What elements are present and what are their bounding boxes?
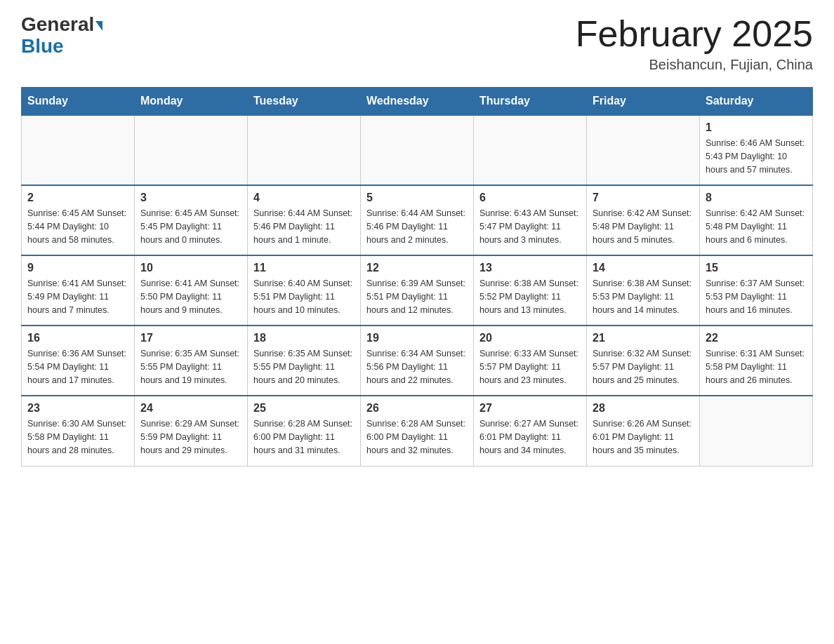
day-info: Sunrise: 6:32 AM Sunset: 5:57 PM Dayligh… [593,347,694,387]
day-number: 3 [140,192,241,204]
day-info: Sunrise: 6:28 AM Sunset: 6:00 PM Dayligh… [366,417,468,457]
day-number: 4 [253,192,355,204]
day-info: Sunrise: 6:42 AM Sunset: 5:48 PM Dayligh… [593,207,694,246]
day-number: 12 [366,262,468,274]
day-info: Sunrise: 6:46 AM Sunset: 5:43 PM Dayligh… [706,137,807,176]
day-info: Sunrise: 6:38 AM Sunset: 5:53 PM Dayligh… [593,277,694,316]
col-header-sunday: Sunday [22,88,135,116]
day-number: 2 [27,192,128,204]
calendar-table: SundayMondayTuesdayWednesdayThursdayFrid… [21,87,813,467]
day-number: 5 [366,192,468,204]
day-info: Sunrise: 6:42 AM Sunset: 5:48 PM Dayligh… [706,207,807,246]
day-cell [361,115,474,185]
day-cell: 13Sunrise: 6:38 AM Sunset: 5:52 PM Dayli… [474,255,587,326]
day-number: 13 [479,262,581,274]
day-cell [700,396,813,466]
day-cell: 17Sunrise: 6:35 AM Sunset: 5:55 PM Dayli… [135,326,248,396]
day-number: 14 [593,262,694,274]
day-number: 8 [706,192,807,204]
week-row-1: 1Sunrise: 6:46 AM Sunset: 5:43 PM Daylig… [22,115,813,185]
day-number: 21 [593,332,694,344]
day-cell: 18Sunrise: 6:35 AM Sunset: 5:55 PM Dayli… [248,326,361,396]
week-row-3: 9Sunrise: 6:41 AM Sunset: 5:49 PM Daylig… [22,255,813,326]
day-info: Sunrise: 6:34 AM Sunset: 5:56 PM Dayligh… [366,347,468,387]
logo-triangle-icon [95,21,102,31]
col-header-monday: Monday [135,88,248,116]
week-row-4: 16Sunrise: 6:36 AM Sunset: 5:54 PM Dayli… [22,326,813,396]
day-cell: 3Sunrise: 6:45 AM Sunset: 5:45 PM Daylig… [135,185,248,255]
day-cell: 15Sunrise: 6:37 AM Sunset: 5:53 PM Dayli… [700,255,813,326]
day-cell: 12Sunrise: 6:39 AM Sunset: 5:51 PM Dayli… [361,255,474,326]
page-header: General Blue February 2025 Beishancun, F… [21,14,813,73]
day-number: 28 [593,402,694,415]
day-cell: 11Sunrise: 6:40 AM Sunset: 5:51 PM Dayli… [248,255,361,326]
day-info: Sunrise: 6:35 AM Sunset: 5:55 PM Dayligh… [140,347,241,387]
logo-text: General Blue [21,14,102,58]
day-info: Sunrise: 6:38 AM Sunset: 5:52 PM Dayligh… [479,277,581,316]
day-number: 16 [27,332,128,344]
col-header-tuesday: Tuesday [248,88,361,116]
location-subtitle: Beishancun, Fujian, China [576,57,813,73]
day-number: 20 [479,332,581,344]
day-number: 26 [366,402,468,415]
day-info: Sunrise: 6:45 AM Sunset: 5:45 PM Dayligh… [140,207,241,246]
calendar-title: February 2025 [576,14,813,54]
day-number: 19 [366,332,468,344]
day-number: 17 [140,332,241,344]
col-header-thursday: Thursday [474,88,587,116]
header-row: SundayMondayTuesdayWednesdayThursdayFrid… [22,88,813,116]
day-number: 25 [253,402,355,415]
day-cell: 19Sunrise: 6:34 AM Sunset: 5:56 PM Dayli… [361,326,474,396]
day-cell: 5Sunrise: 6:44 AM Sunset: 5:46 PM Daylig… [361,185,474,255]
day-cell: 6Sunrise: 6:43 AM Sunset: 5:47 PM Daylig… [474,185,587,255]
day-info: Sunrise: 6:28 AM Sunset: 6:00 PM Dayligh… [253,417,355,457]
col-header-wednesday: Wednesday [361,88,474,116]
logo-general: General [21,13,94,35]
day-number: 10 [140,262,241,274]
day-info: Sunrise: 6:31 AM Sunset: 5:58 PM Dayligh… [706,347,807,387]
logo-area: General Blue [21,14,102,58]
week-row-2: 2Sunrise: 6:45 AM Sunset: 5:44 PM Daylig… [22,185,813,255]
day-number: 11 [253,262,355,274]
col-header-friday: Friday [587,88,700,116]
day-number: 18 [253,332,355,344]
day-info: Sunrise: 6:29 AM Sunset: 5:59 PM Dayligh… [140,417,241,457]
day-number: 9 [27,262,128,274]
day-cell [135,115,248,185]
day-cell: 24Sunrise: 6:29 AM Sunset: 5:59 PM Dayli… [135,396,248,466]
day-cell: 8Sunrise: 6:42 AM Sunset: 5:48 PM Daylig… [700,185,813,255]
title-area: February 2025 Beishancun, Fujian, China [576,14,813,73]
day-number: 24 [140,402,241,415]
day-number: 27 [479,402,581,415]
day-cell [474,115,587,185]
day-cell: 14Sunrise: 6:38 AM Sunset: 5:53 PM Dayli… [587,255,700,326]
day-cell: 9Sunrise: 6:41 AM Sunset: 5:49 PM Daylig… [22,255,135,326]
day-cell [248,115,361,185]
day-info: Sunrise: 6:41 AM Sunset: 5:49 PM Dayligh… [27,277,128,316]
day-cell: 7Sunrise: 6:42 AM Sunset: 5:48 PM Daylig… [587,185,700,255]
logo-blue: Blue [21,35,64,57]
day-cell [22,115,135,185]
day-number: 22 [706,332,807,344]
day-number: 1 [706,121,807,134]
day-info: Sunrise: 6:44 AM Sunset: 5:46 PM Dayligh… [253,207,355,246]
week-row-5: 23Sunrise: 6:30 AM Sunset: 5:58 PM Dayli… [22,396,813,466]
day-info: Sunrise: 6:27 AM Sunset: 6:01 PM Dayligh… [479,417,581,457]
col-header-saturday: Saturday [700,88,813,116]
day-info: Sunrise: 6:37 AM Sunset: 5:53 PM Dayligh… [706,277,807,316]
day-cell: 2Sunrise: 6:45 AM Sunset: 5:44 PM Daylig… [22,185,135,255]
day-cell: 22Sunrise: 6:31 AM Sunset: 5:58 PM Dayli… [700,326,813,396]
day-info: Sunrise: 6:43 AM Sunset: 5:47 PM Dayligh… [479,207,581,246]
day-info: Sunrise: 6:41 AM Sunset: 5:50 PM Dayligh… [140,277,241,316]
day-info: Sunrise: 6:44 AM Sunset: 5:46 PM Dayligh… [366,207,468,246]
day-cell: 1Sunrise: 6:46 AM Sunset: 5:43 PM Daylig… [700,115,813,185]
day-info: Sunrise: 6:45 AM Sunset: 5:44 PM Dayligh… [27,207,128,246]
day-info: Sunrise: 6:33 AM Sunset: 5:57 PM Dayligh… [479,347,581,387]
day-info: Sunrise: 6:36 AM Sunset: 5:54 PM Dayligh… [27,347,128,387]
day-number: 6 [479,192,581,204]
day-cell: 26Sunrise: 6:28 AM Sunset: 6:00 PM Dayli… [361,396,474,466]
day-number: 15 [706,262,807,274]
day-cell [587,115,700,185]
day-number: 23 [27,402,128,415]
day-info: Sunrise: 6:39 AM Sunset: 5:51 PM Dayligh… [366,277,468,316]
